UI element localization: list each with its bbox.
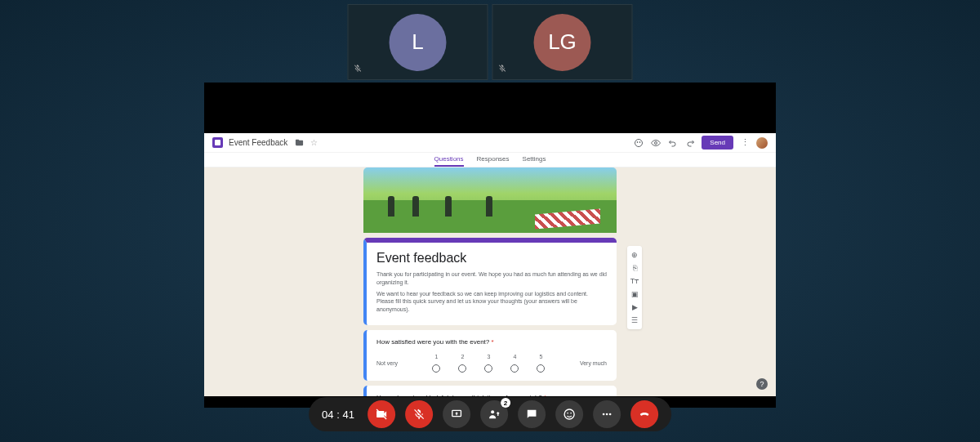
required-marker: * [489, 338, 493, 346]
scale-option-3[interactable]: 3 [484, 354, 492, 373]
meeting-control-bar: 04 : 41 2 [309, 397, 671, 431]
user-avatar[interactable] [756, 137, 768, 149]
svg-point-11 [606, 413, 608, 416]
google-forms-logo-icon[interactable] [212, 137, 223, 148]
form-title: Event feedback [376, 251, 607, 266]
scale-option-1[interactable]: 1 [432, 354, 440, 373]
svg-point-8 [567, 413, 568, 414]
participant-tile-lg[interactable]: LG [492, 4, 633, 80]
svg-point-7 [564, 409, 574, 419]
participants-button[interactable]: 2 [480, 400, 508, 428]
forms-editor: Event Feedback ☆ Send ⋮ Questio [204, 133, 776, 396]
folder-icon[interactable] [293, 137, 305, 149]
meeting-timer: 04 : 41 [322, 409, 354, 421]
form-header-image[interactable] [363, 167, 617, 233]
chat-button[interactable] [518, 400, 546, 428]
hangup-button[interactable] [630, 400, 658, 428]
scale-high-label: Very much [580, 360, 607, 366]
radio-icon [432, 364, 440, 373]
question-card-2[interactable]: How relevant and helpful do you think it… [363, 386, 617, 396]
form-description-2: We want to hear your feedback so we can … [376, 290, 607, 314]
svg-point-10 [603, 413, 605, 416]
preview-icon[interactable] [650, 137, 662, 149]
svg-point-9 [570, 413, 572, 414]
avatar: LG [534, 14, 591, 71]
participant-thumbnails: L LG [348, 4, 633, 80]
linear-scale: Not very 1 2 3 4 5 Very much [376, 354, 607, 373]
more-icon[interactable]: ⋮ [739, 137, 751, 149]
send-button[interactable]: Send [702, 136, 733, 150]
shared-screen: Event Feedback ☆ Send ⋮ Questio [204, 83, 776, 408]
scale-option-5[interactable]: 5 [537, 354, 545, 373]
svg-point-3 [655, 141, 657, 144]
scale-option-2[interactable]: 2 [458, 354, 466, 373]
tab-questions[interactable]: Questions [434, 155, 464, 167]
question-text: How relevant and helpful do you think it… [376, 394, 607, 396]
avatar: L [390, 14, 447, 71]
question-text: How satisfied were you with the event? * [376, 338, 607, 346]
radio-icon [537, 364, 545, 373]
camera-toggle-button[interactable] [368, 400, 395, 428]
participant-count-badge: 2 [501, 398, 510, 408]
avatar-initials: LG [548, 29, 577, 55]
add-video-icon[interactable]: ▶ [632, 303, 638, 311]
forms-toolbar: Event Feedback ☆ Send ⋮ [204, 133, 776, 153]
form-title-card[interactable]: Event feedback Thank you for participati… [363, 238, 617, 325]
radio-icon [484, 364, 492, 373]
question-toolbar: ⊕ ⎘ Tᴛ ▣ ▶ ☰ [627, 246, 642, 329]
undo-icon[interactable] [667, 137, 679, 149]
question-card-1[interactable]: How satisfied were you with the event? *… [363, 330, 617, 381]
mute-icon [498, 61, 507, 76]
radio-icon [458, 364, 466, 373]
scale-option-4[interactable]: 4 [510, 354, 519, 373]
participant-tile-l[interactable]: L [348, 4, 488, 80]
svg-point-2 [639, 141, 640, 142]
scale-low-label: Not very [376, 360, 398, 366]
mic-toggle-button[interactable] [405, 400, 433, 428]
share-screen-button[interactable] [443, 400, 470, 428]
add-title-icon[interactable]: Tᴛ [630, 277, 639, 285]
form-description-1: Thank you for participating in our event… [376, 270, 607, 287]
mute-icon [354, 61, 363, 76]
tab-responses[interactable]: Responses [477, 155, 510, 167]
avatar-initials: L [412, 29, 423, 55]
form-canvas: Event feedback Thank you for participati… [363, 167, 617, 396]
star-icon[interactable]: ☆ [310, 138, 318, 147]
svg-point-1 [637, 141, 638, 142]
forms-tabs: Questions Responses Settings [204, 153, 776, 167]
required-marker: * [542, 394, 546, 396]
help-icon[interactable]: ? [756, 378, 768, 390]
tab-settings[interactable]: Settings [523, 155, 546, 167]
import-questions-icon[interactable]: ⎘ [633, 264, 637, 272]
radio-icon [510, 364, 519, 373]
svg-point-12 [609, 413, 612, 416]
theme-icon[interactable] [633, 137, 644, 149]
add-image-icon[interactable]: ▣ [631, 290, 639, 298]
add-section-icon[interactable]: ☰ [631, 316, 638, 324]
add-question-icon[interactable]: ⊕ [631, 251, 638, 259]
svg-point-6 [491, 410, 494, 413]
reactions-button[interactable] [555, 400, 583, 428]
redo-icon[interactable] [684, 137, 696, 149]
more-options-button[interactable] [593, 400, 621, 428]
form-document-title[interactable]: Event Feedback [229, 138, 287, 147]
svg-point-0 [635, 139, 643, 146]
